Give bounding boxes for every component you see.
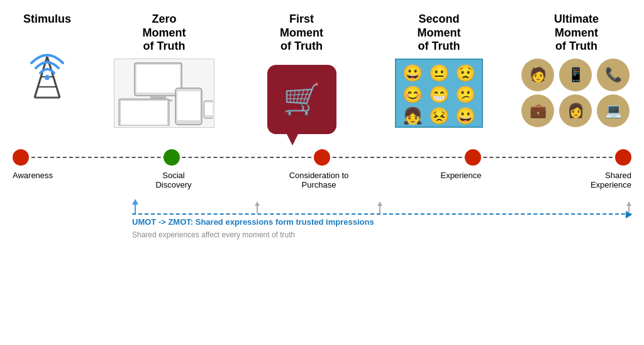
- emoji-3: 😟: [453, 64, 478, 83]
- shared-experience-label: Shared experiences affect every moment o…: [132, 230, 295, 239]
- svg-rect-17: [205, 103, 213, 115]
- wifi-tower-icon: [19, 44, 75, 104]
- devices-icon: [114, 59, 214, 128]
- svg-rect-12: [121, 101, 167, 125]
- zmot-image: [109, 59, 219, 128]
- dot-umot: [615, 149, 631, 166]
- fmot-label: First Moment of Truth: [280, 13, 323, 54]
- shopping-cart-icon: 🛒: [267, 65, 336, 134]
- emoji-5: 😁: [426, 85, 451, 105]
- dot-awareness: [13, 149, 29, 166]
- blue-dashed-line: [132, 213, 631, 215]
- smot-column: Second Moment of Truth 😀 😐 😟 😊 😁 😕 👧 😣 😀: [384, 13, 494, 128]
- zmot-column: Zero Moment of Truth: [109, 13, 219, 128]
- timeline-line: [13, 148, 631, 167]
- stimulus-column: Stimulus: [13, 13, 82, 104]
- zmot-label: Zero Moment of Truth: [143, 13, 186, 54]
- blue-arrow-right: [626, 211, 632, 218]
- zmot-arrow-line: [135, 205, 136, 213]
- smot-arrow-head: [377, 201, 382, 206]
- label-smot: Experience: [430, 171, 492, 189]
- emoji-6: 😕: [453, 85, 478, 105]
- timeline-labels: Awareness SocialDiscovery Consideration …: [13, 171, 631, 189]
- fmot-column: First Moment of Truth 🛒: [247, 13, 357, 134]
- emoji-2: 😐: [426, 64, 451, 83]
- main-container: Stimulus: [0, 0, 644, 345]
- emoji-9: 😀: [453, 106, 478, 126]
- dot-smot: [465, 149, 481, 166]
- dot-fmot: [314, 149, 330, 166]
- fmot-image: 🛒: [247, 59, 357, 134]
- emoji-1: 😀: [400, 64, 425, 83]
- umot-image: 🧑 📱 📞 💼 👩 💻: [521, 59, 631, 127]
- emoji-4: 😊: [400, 85, 425, 105]
- zmot-arrow-head: [132, 199, 138, 205]
- umot-zmot-label: UMOT -> ZMOT: Shared expressions form tr…: [132, 217, 374, 227]
- person-3: 📞: [597, 59, 630, 91]
- vert-arrow-smot: [377, 201, 382, 213]
- emoji-8: 😣: [426, 106, 451, 126]
- vert-arrow-fmot: [255, 201, 260, 213]
- svg-point-6: [45, 75, 50, 80]
- vertical-arrows: [132, 200, 631, 213]
- label-awareness: Awareness: [13, 171, 69, 189]
- bottom-section: UMOT -> ZMOT: Shared expressions form tr…: [13, 200, 631, 240]
- smot-image: 😀 😐 😟 😊 😁 😕 👧 😣 😀: [384, 59, 494, 128]
- person-1: 🧑: [521, 59, 554, 91]
- person-4: 💼: [521, 94, 554, 127]
- umot-label: Ultimate Moment of Truth: [554, 13, 599, 54]
- fmot-arrow-head: [255, 201, 260, 206]
- stimulus-image: [13, 31, 82, 104]
- umot-zmot-text: UMOT -> ZMOT: Shared expressions form tr…: [132, 216, 631, 227]
- person-5: 👩: [559, 94, 592, 127]
- umot-column: Ultimate Moment of Truth 🧑 📱 📞 💼 👩 💻: [521, 13, 631, 127]
- umot-arrow-head: [626, 201, 631, 206]
- timeline-section: Awareness SocialDiscovery Consideration …: [13, 148, 631, 189]
- stimulus-label: Stimulus: [23, 13, 71, 26]
- label-umot: SharedExperience: [562, 171, 631, 189]
- shared-experience-text: Shared experiences affect every moment o…: [132, 229, 631, 240]
- vert-arrow-zmot: [132, 199, 138, 213]
- person-6: 💻: [597, 94, 630, 127]
- svg-rect-8: [136, 65, 180, 93]
- timeline-dots: [13, 149, 631, 166]
- svg-rect-15: [177, 91, 200, 120]
- dot-zmot: [164, 149, 180, 166]
- person-2: 📱: [559, 59, 592, 91]
- blue-arrow-row: [132, 213, 631, 215]
- fmot-arrow-line: [257, 206, 258, 213]
- emoji-grid: 😀 😐 😟 😊 😁 😕 👧 😣 😀: [395, 59, 483, 128]
- label-zmot: SocialDiscovery: [139, 171, 208, 189]
- label-fmot: Consideration toPurchase: [278, 171, 360, 189]
- smot-arrow-line: [379, 206, 380, 213]
- top-section: Stimulus: [13, 13, 631, 134]
- emoji-7: 👧: [400, 106, 425, 126]
- people-grid: 🧑 📱 📞 💼 👩 💻: [521, 59, 631, 127]
- smot-label: Second Moment of Truth: [418, 13, 461, 54]
